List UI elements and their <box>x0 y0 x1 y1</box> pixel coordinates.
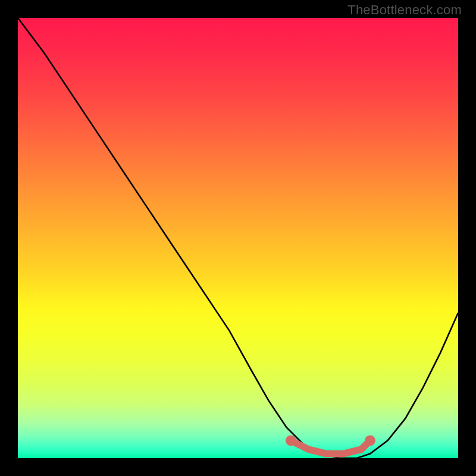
optimal-range-line <box>291 440 370 453</box>
optimal-range-end-dot <box>365 436 375 446</box>
chart-frame: TheBottleneck.com <box>0 0 476 476</box>
optimal-range <box>18 18 458 458</box>
plot-area <box>18 18 458 458</box>
watermark-text: TheBottleneck.com <box>347 2 462 18</box>
optimal-range-start-dot <box>286 436 296 446</box>
